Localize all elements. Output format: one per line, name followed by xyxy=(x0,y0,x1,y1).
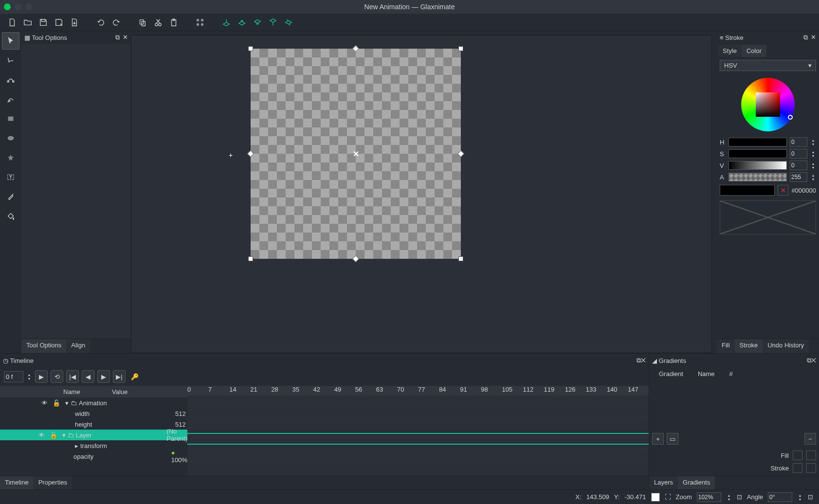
prev-frame-button[interactable]: ◀ xyxy=(82,370,94,383)
grad-fill-linear[interactable] xyxy=(793,450,802,460)
open-icon[interactable] xyxy=(23,18,33,27)
tab-align[interactable]: Align xyxy=(66,339,90,353)
tab-style[interactable]: Style xyxy=(718,45,742,57)
layer-down-icon[interactable] xyxy=(253,18,262,27)
float-icon[interactable]: ⧉ xyxy=(637,357,641,364)
layer-bottom-icon[interactable] xyxy=(268,18,278,27)
handle-bottom-mid[interactable] xyxy=(352,255,359,262)
undo-icon[interactable] xyxy=(96,18,106,27)
play-button[interactable]: ▶ xyxy=(35,370,48,383)
row-value[interactable]: 512 xyxy=(175,410,187,417)
handle-mid-left[interactable] xyxy=(247,150,254,157)
rectangle-tool[interactable] xyxy=(2,110,19,127)
row-value[interactable]: (No Parent) xyxy=(166,428,187,442)
first-frame-button[interactable]: |◀ xyxy=(66,370,79,383)
tree-row[interactable]: width512 xyxy=(0,408,187,419)
handle-top-mid[interactable] xyxy=(352,45,359,52)
zoom-down[interactable]: ▾ xyxy=(726,497,732,501)
visibility-icon[interactable]: 👁 xyxy=(41,399,48,407)
zoom-fit-icon[interactable]: ⛶ xyxy=(665,493,671,501)
handle-bottom-left[interactable] xyxy=(248,256,253,261)
float-icon[interactable]: ⧉ xyxy=(803,34,808,41)
a-slider[interactable] xyxy=(728,173,787,181)
angle-input[interactable] xyxy=(768,492,792,502)
layer-tree[interactable]: 👁🔓▾🗀 Animationwidth512height512👁🔓▾🗀 Laye… xyxy=(0,397,187,462)
save-icon[interactable] xyxy=(38,18,48,27)
tab-timeline[interactable]: Timeline xyxy=(0,476,34,489)
row-value[interactable]: 512 xyxy=(175,421,187,428)
tab-fill[interactable]: Fill xyxy=(717,339,735,353)
s-slider[interactable] xyxy=(728,149,787,158)
star-tool[interactable] xyxy=(2,149,19,166)
frame-down[interactable]: ▾ xyxy=(26,377,32,380)
document-area[interactable]: ✕ xyxy=(251,49,461,259)
close-panel-icon[interactable]: ✕ xyxy=(811,357,816,364)
close-panel-icon[interactable]: ✕ xyxy=(811,34,816,41)
a-up[interactable]: ▴ xyxy=(810,173,816,177)
zoom-input[interactable] xyxy=(697,492,721,502)
angle-reset-icon[interactable]: ⊡ xyxy=(808,493,813,501)
hex-value[interactable]: #000000 xyxy=(791,187,816,194)
zoom-reset-icon[interactable]: ⊡ xyxy=(737,493,742,501)
layer-top-icon[interactable] xyxy=(221,18,231,27)
color-square[interactable] xyxy=(756,92,780,117)
cut-icon[interactable] xyxy=(153,18,163,27)
add-gradient-button[interactable]: + xyxy=(652,433,664,445)
redo-icon[interactable] xyxy=(111,18,121,27)
remove-gradient-button[interactable]: − xyxy=(804,433,816,445)
keyframe-button[interactable]: 🔑 xyxy=(128,370,141,383)
color-wheel[interactable] xyxy=(741,78,795,131)
expand-icon[interactable]: ▾ xyxy=(65,399,69,407)
tab-gradients[interactable]: Gradients xyxy=(678,476,715,489)
float-icon[interactable]: ⧉ xyxy=(115,34,120,41)
zoom-up[interactable]: ▴ xyxy=(726,493,732,497)
gradient-from-preset-button[interactable]: ▭ xyxy=(667,433,678,445)
grad-stroke-linear[interactable] xyxy=(793,463,802,473)
h-input[interactable] xyxy=(790,137,807,147)
a-input[interactable] xyxy=(790,172,807,182)
tree-row[interactable]: 👁🔓▾🗀 Animation xyxy=(0,397,187,408)
grad-stroke-radial[interactable] xyxy=(806,463,816,473)
nodes-icon[interactable] xyxy=(195,18,205,27)
v-input[interactable] xyxy=(790,161,807,170)
angle-up[interactable]: ▴ xyxy=(797,493,803,497)
gradients-list[interactable] xyxy=(649,380,819,430)
v-slider[interactable] xyxy=(728,161,787,170)
tab-layers[interactable]: Layers xyxy=(649,476,678,489)
tab-properties[interactable]: Properties xyxy=(34,476,72,489)
h-down[interactable]: ▾ xyxy=(810,142,816,146)
bezier-tool[interactable] xyxy=(2,71,19,89)
select-tool[interactable] xyxy=(2,32,19,50)
draw-tool[interactable] xyxy=(2,90,19,108)
window-close-button[interactable] xyxy=(4,3,11,10)
handle-bottom-right[interactable] xyxy=(458,256,463,261)
tab-stroke[interactable]: Stroke xyxy=(735,339,763,353)
handle-mid-right[interactable] xyxy=(457,150,464,157)
h-up[interactable]: ▴ xyxy=(810,138,816,142)
float-icon[interactable]: ⧉ xyxy=(807,357,811,364)
layer-swap-icon[interactable] xyxy=(284,18,293,27)
grad-fill-radial[interactable] xyxy=(806,450,816,460)
h-slider[interactable] xyxy=(728,138,787,146)
copy-icon[interactable] xyxy=(138,18,147,27)
tree-row[interactable]: height512 xyxy=(0,419,187,430)
edit-tool[interactable] xyxy=(2,52,19,69)
current-color-swatch[interactable] xyxy=(651,493,660,502)
track-width[interactable] xyxy=(187,406,649,417)
track-transform[interactable] xyxy=(187,438,649,449)
s-down[interactable]: ▾ xyxy=(810,154,816,158)
text-tool[interactable] xyxy=(2,168,19,186)
v-up[interactable]: ▴ xyxy=(810,162,816,165)
angle-down[interactable]: ▾ xyxy=(797,497,803,501)
paste-icon[interactable] xyxy=(169,18,179,27)
s-input[interactable] xyxy=(790,149,807,159)
color-swatch[interactable] xyxy=(720,185,775,196)
track-layer[interactable] xyxy=(187,428,649,438)
new-icon[interactable] xyxy=(7,18,17,27)
canvas[interactable]: + ✕ xyxy=(131,35,712,353)
lock-icon[interactable]: 🔓 xyxy=(53,399,60,407)
close-panel-icon[interactable]: ✕ xyxy=(641,357,646,364)
loop-button[interactable]: ⟲ xyxy=(51,370,63,383)
last-frame-button[interactable]: ▶| xyxy=(113,370,126,383)
v-down[interactable]: ▾ xyxy=(810,165,816,169)
